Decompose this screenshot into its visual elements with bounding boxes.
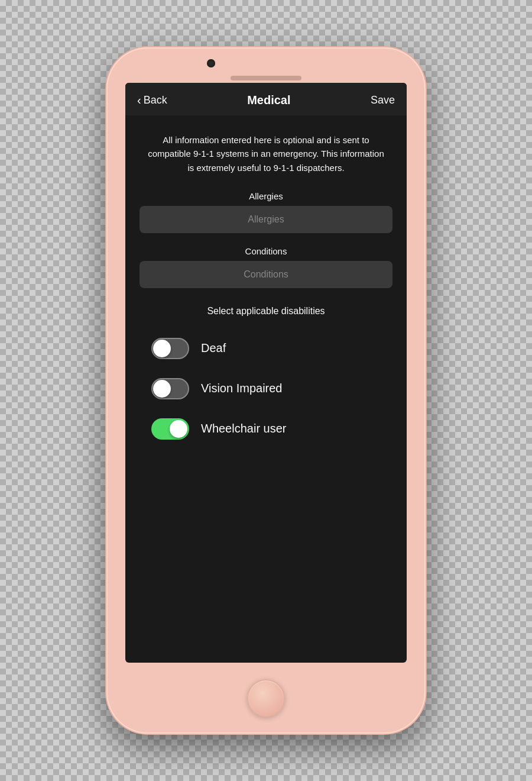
info-text: All information entered here is optional… xyxy=(140,133,392,175)
conditions-input[interactable] xyxy=(140,261,392,288)
allergies-input[interactable] xyxy=(140,206,392,233)
vision-toggle-thumb xyxy=(153,380,171,398)
phone-frame: ‹ Back Medical Save All information ente… xyxy=(106,47,426,734)
phone-top-bar xyxy=(106,47,426,83)
deaf-toggle[interactable] xyxy=(151,338,189,359)
back-label: Back xyxy=(144,94,167,106)
back-button[interactable]: ‹ Back xyxy=(137,93,167,107)
wheelchair-label: Wheelchair user xyxy=(201,422,287,435)
page-title: Medical xyxy=(247,93,290,107)
vision-toggle-row: Vision Impaired xyxy=(140,372,392,405)
deaf-toggle-row: Deaf xyxy=(140,332,392,365)
allergies-label: Allergies xyxy=(140,191,392,201)
nav-bar: ‹ Back Medical Save xyxy=(125,83,407,115)
deaf-toggle-thumb xyxy=(153,340,171,357)
disabilities-label: Select applicable disabilities xyxy=(140,306,392,317)
phone-screen: ‹ Back Medical Save All information ente… xyxy=(125,83,407,663)
conditions-label: Conditions xyxy=(140,246,392,256)
screen-content: All information entered here is optional… xyxy=(125,115,407,663)
wheelchair-toggle[interactable] xyxy=(151,418,189,440)
wheelchair-toggle-thumb xyxy=(170,420,187,438)
vision-label: Vision Impaired xyxy=(201,382,282,395)
phone-bottom xyxy=(247,663,285,734)
deaf-label: Deaf xyxy=(201,341,226,355)
vision-toggle[interactable] xyxy=(151,378,189,399)
chevron-left-icon: ‹ xyxy=(137,93,141,107)
phone-speaker xyxy=(231,76,301,80)
wheelchair-toggle-row: Wheelchair user xyxy=(140,412,392,446)
save-button[interactable]: Save xyxy=(371,94,395,106)
front-camera xyxy=(207,59,215,67)
home-button[interactable] xyxy=(247,679,285,717)
